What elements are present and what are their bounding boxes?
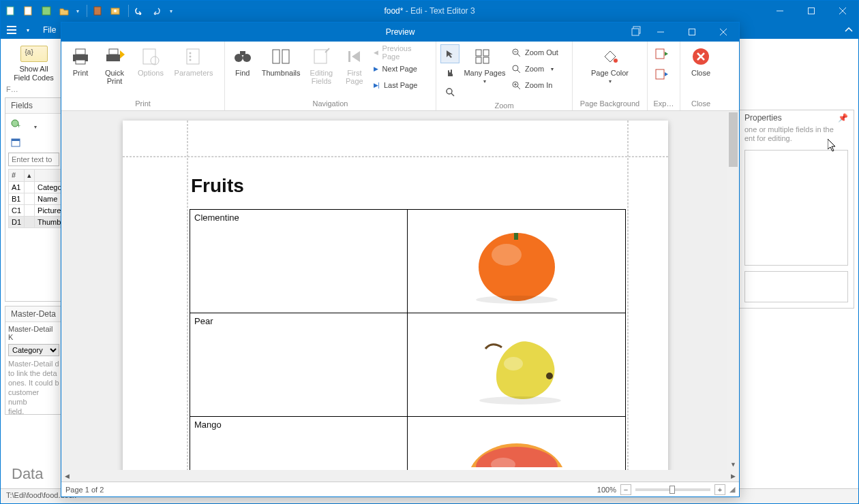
preview-minimize-button[interactable] [645,22,676,42]
zoom-slider[interactable] [635,488,710,491]
many-pages-button[interactable]: Many Pages ▾ [464,44,506,86]
editing-fields-button[interactable]: Editing Fields [306,44,337,86]
calendar-icon[interactable] [8,135,23,150]
qat-new-doc-icon[interactable] [21,3,36,18]
table-row[interactable]: C1Picture [9,204,67,216]
maximize-button[interactable] [796,1,827,21]
preview-document-area[interactable]: Fruits Clementine Pear [61,111,739,470]
app-menu-icon[interactable] [5,23,18,37]
resize-grip-icon[interactable]: ◢ [729,485,735,494]
svg-rect-18 [632,29,639,35]
next-page-button[interactable]: ▶Next Page [372,61,432,77]
zoom-in-button[interactable]: Zoom In [510,77,560,93]
preview-maximize-button[interactable] [676,22,708,42]
main-app-name: - Edi - Text Editor 3 [403,6,474,16]
previous-page-button[interactable]: ◀Previous Page [372,44,432,61]
pointer-tool-button[interactable] [440,44,459,63]
svg-rect-47 [476,50,481,56]
fields-panel: Fields + ▾ #▴ A1Categor B1Name C1Picture… [5,97,63,302]
svg-rect-37 [240,51,245,55]
svg-line-46 [451,93,454,96]
svg-rect-3 [94,7,101,15]
qat-open-icon[interactable] [57,3,72,18]
qat-redo-icon[interactable] [149,3,164,18]
preview-close-button[interactable] [708,22,739,42]
col-hash[interactable]: # [9,169,25,181]
quick-print-button[interactable]: Quick Print [100,44,130,86]
preview-titlebar: Preview [61,22,739,42]
table-row[interactable]: B1Name [9,193,67,204]
scroll-down-icon[interactable]: ▼ [727,458,739,470]
magnifier-tool-button[interactable] [440,82,459,101]
pin-icon[interactable]: 📌 [838,113,848,123]
svg-rect-42 [348,51,350,62]
fields-grid[interactable]: #▴ A1Categor B1Name C1Picture D1Thumb [8,169,67,228]
ribbon-close-button[interactable]: Close [686,44,716,78]
export-1-button[interactable] [652,44,671,63]
parameters-button[interactable]: Parameters [172,44,215,78]
svg-rect-26 [106,54,120,61]
col-sort[interactable]: ▴ [25,169,35,181]
properties-box [744,150,848,266]
qat-dropdown-icon[interactable]: ▾ [74,3,81,18]
qat-paste-icon[interactable] [90,3,105,18]
restore-inside-icon[interactable] [631,26,644,38]
md-panel-title: Master-Deta [5,306,62,322]
zoom-minus-button[interactable]: − [620,484,631,495]
qat-more-icon[interactable]: ▾ [167,3,175,18]
zoom-out-icon [511,48,521,57]
print-button[interactable]: Print [65,44,95,78]
field-dropdown-icon[interactable]: ▾ [28,120,43,135]
zoom-percent: 100% [597,486,616,494]
table-row[interactable]: D1Thumb [9,216,67,227]
gear-icon [140,46,162,67]
qat-new-icon[interactable] [3,3,18,18]
many-pages-icon [474,46,496,67]
hand-tool-button[interactable] [440,63,459,82]
qat-undo-icon[interactable] [132,3,147,18]
svg-point-5 [114,10,117,12]
horizontal-scrollbar[interactable]: ◀ ▶ [61,470,739,482]
md-key-select[interactable]: Category [8,344,59,356]
svg-rect-50 [483,57,489,63]
zoom-plus-button[interactable]: + [714,484,725,495]
qat-screenshot-icon[interactable] [108,3,123,18]
thumbnails-button[interactable]: Thumbnails [260,44,301,78]
last-page-button[interactable]: ▶|Last Page [372,77,432,93]
data-tab[interactable]: Data [5,462,50,486]
close-group-label: Close [684,99,717,109]
zoom-in-icon [511,80,521,90]
scroll-right-icon[interactable]: ▶ [727,470,739,482]
scroll-left-icon[interactable]: ◀ [61,470,73,482]
zoom-slider-knob[interactable] [669,486,675,494]
minimize-button[interactable] [764,1,796,21]
page-color-button[interactable]: Page Color ▾ [586,44,634,86]
show-all-field-codes-button[interactable]: Show All Field Codes [5,42,63,84]
zoom-group-label: Zoom [440,101,568,111]
add-field-icon[interactable]: + [8,116,23,131]
ribbon-collapse-icon[interactable] [845,27,853,33]
zoom-button[interactable]: Zoom▾ [510,61,560,77]
properties-title: Properties [744,113,782,123]
svg-rect-2 [42,7,50,15]
find-button[interactable]: Find [229,44,256,78]
export-2-button[interactable] [652,65,671,84]
svg-point-74 [479,396,561,405]
svg-marker-62 [665,52,668,56]
table-row[interactable]: A1Categor [9,181,67,193]
svg-point-54 [513,65,518,71]
first-page-button[interactable]: First Page [341,44,367,86]
qat-save-icon[interactable] [39,3,54,18]
first-page-icon [344,46,365,67]
file-tab[interactable]: File [43,25,56,35]
zoom-out-button[interactable]: Zoom Out [510,44,560,61]
scroll-thumb[interactable] [729,112,738,167]
options-button[interactable]: Options [134,44,168,78]
bg-group-label: Page Background [577,99,643,109]
close-button[interactable] [827,1,858,21]
field-codes-icon [20,46,48,62]
vertical-scrollbar[interactable]: ▲ ▼ [727,111,739,470]
svg-rect-27 [109,49,118,54]
fields-search-input[interactable] [8,153,59,166]
app-menu-chevron-icon[interactable]: ▾ [21,23,35,37]
